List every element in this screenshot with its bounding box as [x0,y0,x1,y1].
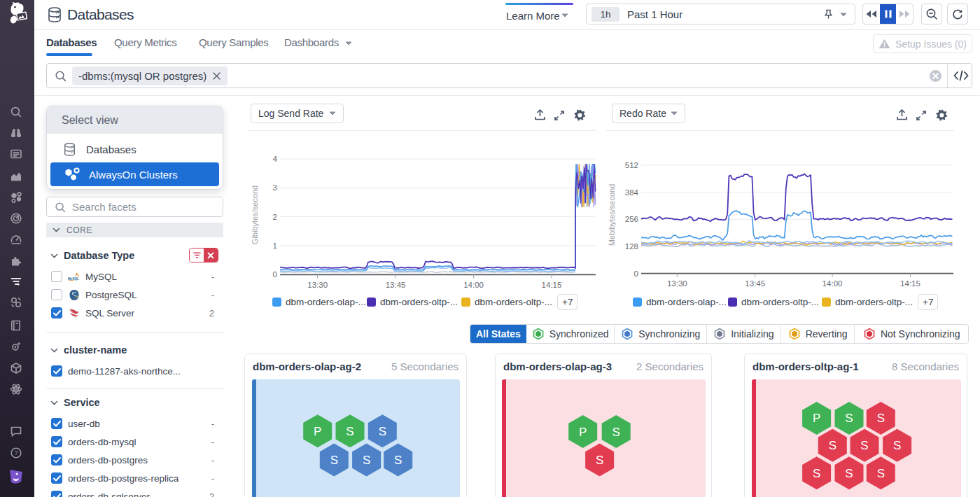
svg-text:14:15: 14:15 [542,281,562,289]
svg-text:P: P [579,426,587,439]
svg-text:S: S [596,454,603,467]
svg-text:dbm-orders-olap-...: dbm-orders-olap-... [286,297,366,307]
svg-text:S: S [330,454,338,467]
svg-text:3: 3 [273,183,277,192]
svg-text:4: 4 [273,155,278,163]
svg-text:1: 1 [273,241,277,250]
svg-text:128: 128 [625,242,638,251]
svg-text:dbm-orders-olap-...: dbm-orders-olap-... [646,297,727,307]
svg-text:S: S [829,439,836,452]
svg-text:dbm-orders-oltp-...: dbm-orders-oltp-... [835,297,913,307]
svg-text:256: 256 [625,215,638,223]
svg-text:S: S [860,439,868,452]
svg-text:S: S [845,412,853,425]
svg-text:S: S [845,467,853,480]
svg-text:S: S [394,454,402,467]
svg-text:S: S [346,425,354,438]
svg-text:+7: +7 [562,297,573,307]
svg-text:0: 0 [634,270,638,278]
svg-text:13:30: 13:30 [307,281,328,289]
svg-text:13:45: 13:45 [745,279,765,288]
svg-text:S: S [877,412,885,425]
svg-text:?: ? [14,449,18,456]
svg-text:dbm-orders-oltp-...: dbm-orders-oltp-... [475,297,552,307]
svg-text:13:45: 13:45 [386,281,406,289]
svg-text:P: P [314,425,321,438]
svg-text:dbm-orders-oltp-...: dbm-orders-oltp-... [741,297,819,307]
svg-text:S: S [877,467,885,480]
svg-text:14:00: 14:00 [463,281,484,289]
svg-text:S: S [379,425,386,438]
svg-text:2: 2 [273,213,277,221]
svg-text:+7: +7 [923,297,933,307]
svg-text:P: P [813,412,820,425]
svg-text:14:15: 14:15 [900,279,920,288]
svg-text:S: S [893,439,901,452]
svg-text:384: 384 [625,188,639,197]
svg-text:MySQL: MySQL [68,276,79,280]
svg-text:Mebibytes/second: Mebibytes/second [608,184,616,246]
svg-text:S: S [363,454,370,467]
svg-text:14:00: 14:00 [822,279,843,288]
svg-text:S: S [813,467,820,480]
svg-text:512: 512 [625,161,638,169]
svg-text:13:30: 13:30 [667,279,687,288]
svg-text:0: 0 [273,270,277,279]
svg-text:dbm-orders-oltp-...: dbm-orders-oltp-... [380,297,458,307]
svg-text:Gibibytes/second: Gibibytes/second [251,186,259,244]
svg-text:S: S [612,426,620,439]
